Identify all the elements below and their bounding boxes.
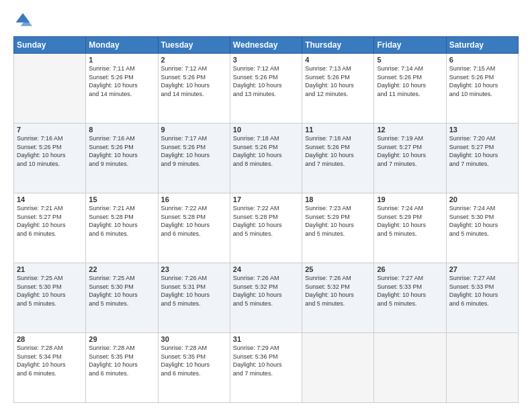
weekday-header-row: SundayMondayTuesdayWednesdayThursdayFrid… xyxy=(14,37,519,54)
calendar-cell: 11Sunrise: 7:18 AM Sunset: 5:26 PM Dayli… xyxy=(302,124,374,193)
day-number: 25 xyxy=(305,265,371,273)
day-info: Sunrise: 7:26 AM Sunset: 5:31 PM Dayligh… xyxy=(161,274,227,308)
day-number: 1 xyxy=(89,56,154,64)
day-number: 30 xyxy=(161,335,227,343)
day-number: 19 xyxy=(377,195,443,203)
day-number: 13 xyxy=(449,126,515,134)
day-info: Sunrise: 7:23 AM Sunset: 5:29 PM Dayligh… xyxy=(305,204,371,238)
day-number: 11 xyxy=(305,126,371,134)
day-info: Sunrise: 7:18 AM Sunset: 5:26 PM Dayligh… xyxy=(305,134,371,168)
day-number: 6 xyxy=(449,56,515,64)
day-info: Sunrise: 7:28 AM Sunset: 5:34 PM Dayligh… xyxy=(17,344,83,377)
day-info: Sunrise: 7:20 AM Sunset: 5:27 PM Dayligh… xyxy=(449,134,515,168)
calendar-cell xyxy=(14,54,86,124)
weekday-header-tuesday: Tuesday xyxy=(158,37,230,54)
calendar-cell: 27Sunrise: 7:27 AM Sunset: 5:33 PM Dayli… xyxy=(446,263,518,333)
calendar-cell: 2Sunrise: 7:12 AM Sunset: 5:26 PM Daylig… xyxy=(158,54,230,124)
day-number: 28 xyxy=(17,335,83,343)
day-info: Sunrise: 7:28 AM Sunset: 5:35 PM Dayligh… xyxy=(161,344,227,377)
day-number: 18 xyxy=(305,195,371,203)
day-number: 31 xyxy=(233,335,299,343)
week-row-5: 28Sunrise: 7:28 AM Sunset: 5:34 PM Dayli… xyxy=(14,333,519,403)
day-number: 21 xyxy=(17,265,83,273)
calendar-cell: 7Sunrise: 7:16 AM Sunset: 5:26 PM Daylig… xyxy=(14,124,86,193)
calendar-cell: 1Sunrise: 7:11 AM Sunset: 5:26 PM Daylig… xyxy=(86,54,158,124)
day-info: Sunrise: 7:16 AM Sunset: 5:26 PM Dayligh… xyxy=(89,134,154,168)
day-number: 15 xyxy=(89,195,154,203)
day-info: Sunrise: 7:24 AM Sunset: 5:30 PM Dayligh… xyxy=(449,204,515,238)
day-info: Sunrise: 7:22 AM Sunset: 5:28 PM Dayligh… xyxy=(233,204,299,238)
day-number: 16 xyxy=(161,195,227,203)
day-info: Sunrise: 7:22 AM Sunset: 5:28 PM Dayligh… xyxy=(161,204,227,238)
day-info: Sunrise: 7:26 AM Sunset: 5:32 PM Dayligh… xyxy=(305,274,371,308)
day-info: Sunrise: 7:17 AM Sunset: 5:26 PM Dayligh… xyxy=(161,134,227,168)
calendar-cell: 21Sunrise: 7:25 AM Sunset: 5:30 PM Dayli… xyxy=(14,263,86,333)
day-number: 7 xyxy=(17,126,83,134)
week-row-2: 7Sunrise: 7:16 AM Sunset: 5:26 PM Daylig… xyxy=(14,124,519,193)
day-info: Sunrise: 7:18 AM Sunset: 5:26 PM Dayligh… xyxy=(233,134,299,168)
day-info: Sunrise: 7:27 AM Sunset: 5:33 PM Dayligh… xyxy=(449,274,515,308)
day-info: Sunrise: 7:15 AM Sunset: 5:26 PM Dayligh… xyxy=(449,64,515,98)
weekday-header-monday: Monday xyxy=(86,37,158,54)
calendar-cell: 6Sunrise: 7:15 AM Sunset: 5:26 PM Daylig… xyxy=(446,54,518,124)
calendar-cell: 30Sunrise: 7:28 AM Sunset: 5:35 PM Dayli… xyxy=(158,333,230,403)
day-info: Sunrise: 7:29 AM Sunset: 5:36 PM Dayligh… xyxy=(233,344,299,377)
day-number: 9 xyxy=(161,126,227,134)
day-info: Sunrise: 7:16 AM Sunset: 5:26 PM Dayligh… xyxy=(17,134,83,168)
calendar-cell: 4Sunrise: 7:13 AM Sunset: 5:26 PM Daylig… xyxy=(302,54,374,124)
weekday-header-friday: Friday xyxy=(374,37,446,54)
day-info: Sunrise: 7:12 AM Sunset: 5:26 PM Dayligh… xyxy=(161,64,227,98)
logo-icon xyxy=(13,11,32,30)
calendar-cell: 24Sunrise: 7:26 AM Sunset: 5:32 PM Dayli… xyxy=(230,263,302,333)
calendar-cell: 22Sunrise: 7:25 AM Sunset: 5:30 PM Dayli… xyxy=(86,263,158,333)
calendar-cell: 18Sunrise: 7:23 AM Sunset: 5:29 PM Dayli… xyxy=(302,193,374,263)
calendar-cell: 17Sunrise: 7:22 AM Sunset: 5:28 PM Dayli… xyxy=(230,193,302,263)
day-number: 8 xyxy=(89,126,154,134)
day-number: 24 xyxy=(233,265,299,273)
day-info: Sunrise: 7:27 AM Sunset: 5:33 PM Dayligh… xyxy=(377,274,443,308)
day-info: Sunrise: 7:25 AM Sunset: 5:30 PM Dayligh… xyxy=(89,274,154,308)
day-info: Sunrise: 7:13 AM Sunset: 5:26 PM Dayligh… xyxy=(305,64,371,98)
day-info: Sunrise: 7:21 AM Sunset: 5:28 PM Dayligh… xyxy=(89,204,154,238)
day-number: 17 xyxy=(233,195,299,203)
calendar-cell: 25Sunrise: 7:26 AM Sunset: 5:32 PM Dayli… xyxy=(302,263,374,333)
day-number: 2 xyxy=(161,56,227,64)
calendar-cell: 16Sunrise: 7:22 AM Sunset: 5:28 PM Dayli… xyxy=(158,193,230,263)
week-row-3: 14Sunrise: 7:21 AM Sunset: 5:27 PM Dayli… xyxy=(14,193,519,263)
week-row-4: 21Sunrise: 7:25 AM Sunset: 5:30 PM Dayli… xyxy=(14,263,519,333)
calendar-cell: 29Sunrise: 7:28 AM Sunset: 5:35 PM Dayli… xyxy=(86,333,158,403)
weekday-header-thursday: Thursday xyxy=(302,37,374,54)
day-number: 10 xyxy=(233,126,299,134)
weekday-header-wednesday: Wednesday xyxy=(230,37,302,54)
calendar-cell: 31Sunrise: 7:29 AM Sunset: 5:36 PM Dayli… xyxy=(230,333,302,403)
week-row-1: 1Sunrise: 7:11 AM Sunset: 5:26 PM Daylig… xyxy=(14,54,519,124)
day-info: Sunrise: 7:11 AM Sunset: 5:26 PM Dayligh… xyxy=(89,64,154,98)
day-number: 27 xyxy=(449,265,515,273)
calendar-cell: 26Sunrise: 7:27 AM Sunset: 5:33 PM Dayli… xyxy=(374,263,446,333)
day-info: Sunrise: 7:24 AM Sunset: 5:29 PM Dayligh… xyxy=(377,204,443,238)
calendar-cell: 12Sunrise: 7:19 AM Sunset: 5:27 PM Dayli… xyxy=(374,124,446,193)
day-number: 22 xyxy=(89,265,154,273)
weekday-header-saturday: Saturday xyxy=(446,37,518,54)
weekday-header-sunday: Sunday xyxy=(14,37,86,54)
page: SundayMondayTuesdayWednesdayThursdayFrid… xyxy=(0,0,532,411)
calendar-table: SundayMondayTuesdayWednesdayThursdayFrid… xyxy=(13,36,519,403)
day-info: Sunrise: 7:14 AM Sunset: 5:26 PM Dayligh… xyxy=(377,64,443,98)
day-number: 14 xyxy=(17,195,83,203)
calendar-cell: 20Sunrise: 7:24 AM Sunset: 5:30 PM Dayli… xyxy=(446,193,518,263)
calendar-cell: 10Sunrise: 7:18 AM Sunset: 5:26 PM Dayli… xyxy=(230,124,302,193)
day-info: Sunrise: 7:26 AM Sunset: 5:32 PM Dayligh… xyxy=(233,274,299,308)
day-info: Sunrise: 7:25 AM Sunset: 5:30 PM Dayligh… xyxy=(17,274,83,308)
calendar-cell: 23Sunrise: 7:26 AM Sunset: 5:31 PM Dayli… xyxy=(158,263,230,333)
day-number: 20 xyxy=(449,195,515,203)
header xyxy=(13,11,519,30)
calendar-cell: 3Sunrise: 7:12 AM Sunset: 5:26 PM Daylig… xyxy=(230,54,302,124)
calendar-cell: 14Sunrise: 7:21 AM Sunset: 5:27 PM Dayli… xyxy=(14,193,86,263)
day-number: 23 xyxy=(161,265,227,273)
day-info: Sunrise: 7:21 AM Sunset: 5:27 PM Dayligh… xyxy=(17,204,83,238)
calendar-cell xyxy=(446,333,518,403)
calendar-cell: 8Sunrise: 7:16 AM Sunset: 5:26 PM Daylig… xyxy=(86,124,158,193)
calendar-cell: 13Sunrise: 7:20 AM Sunset: 5:27 PM Dayli… xyxy=(446,124,518,193)
day-number: 3 xyxy=(233,56,299,64)
calendar-cell: 15Sunrise: 7:21 AM Sunset: 5:28 PM Dayli… xyxy=(86,193,158,263)
